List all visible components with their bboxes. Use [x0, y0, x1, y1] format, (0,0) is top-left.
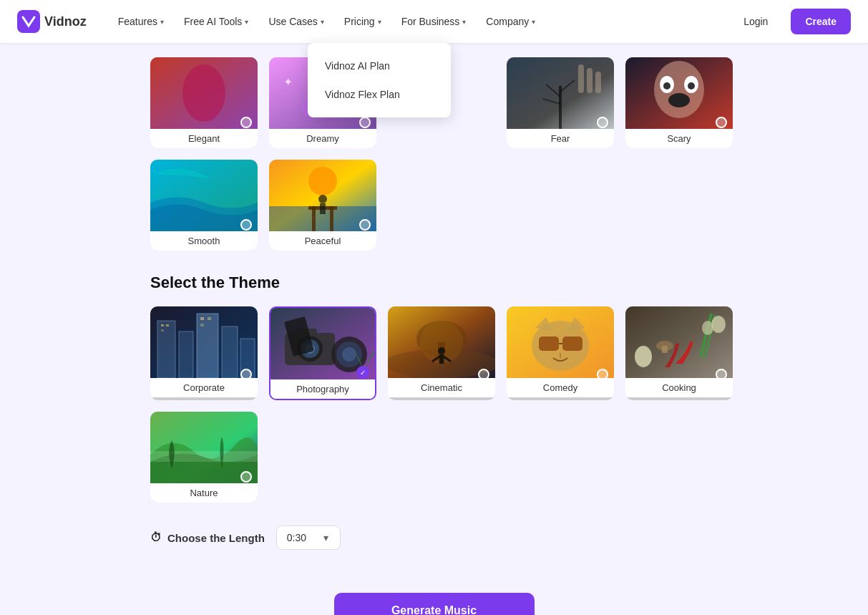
svg-rect-0 [17, 10, 40, 33]
card-comedy[interactable]: Comedy [507, 306, 614, 400]
card-smooth[interactable]: Smooth [150, 160, 258, 251]
svg-rect-14 [578, 64, 584, 93]
logo-icon [17, 10, 40, 33]
nav-pricing[interactable]: Pricing ▾ [336, 10, 390, 33]
svg-rect-15 [587, 68, 593, 93]
card-radio [240, 471, 252, 483]
create-button[interactable]: Create [791, 9, 851, 34]
card-check-photography: ✓ [356, 366, 369, 379]
card-label-dreamy: Dreamy [269, 129, 376, 148]
main-content: Elegant ✦ ✦ ✦ [0, 43, 868, 615]
card-nature[interactable]: Nature [150, 412, 258, 503]
svg-point-76 [702, 321, 713, 335]
card-label-fear: Fear [507, 129, 614, 148]
card-radio [716, 369, 727, 380]
svg-point-2 [182, 64, 225, 122]
svg-rect-61 [439, 354, 444, 364]
chevron-down-icon: ▾ [462, 18, 466, 26]
nav-use-cases[interactable]: Use Cases ▾ [260, 10, 332, 33]
card-fear[interactable]: Fear [507, 57, 614, 148]
chevron-down-icon: ▾ [160, 18, 164, 26]
svg-rect-34 [157, 321, 175, 378]
choose-length-label: ⏱ Choose the Length [150, 531, 265, 544]
svg-rect-39 [161, 324, 164, 326]
svg-rect-40 [166, 324, 169, 326]
nav-free-ai-tools[interactable]: Free AI Tools ▾ [175, 10, 257, 33]
svg-point-53 [342, 347, 356, 362]
chevron-down-icon: ▾ [321, 18, 324, 26]
length-select[interactable]: 0:30 ▾ [276, 526, 341, 550]
card-label-scary: Scary [625, 129, 733, 148]
cinematic-thumbnail [388, 306, 495, 378]
svg-point-26 [308, 167, 337, 195]
svg-rect-41 [161, 329, 164, 331]
logo-text: Vidnoz [44, 14, 87, 29]
card-radio [597, 117, 608, 128]
svg-point-31 [318, 195, 327, 203]
card-label-comedy: Comedy [507, 378, 614, 397]
card-label-smooth: Smooth [150, 231, 258, 251]
svg-rect-80 [150, 451, 258, 462]
svg-rect-16 [595, 72, 601, 93]
svg-rect-42 [200, 317, 204, 320]
theme-grid-row1: Corporate [150, 306, 718, 400]
svg-point-74 [635, 346, 652, 367]
svg-rect-29 [330, 206, 333, 231]
card-corporate[interactable]: Corporate [150, 306, 258, 400]
svg-rect-37 [222, 326, 238, 378]
card-label-corporate: Corporate [150, 378, 258, 397]
card-radio [240, 117, 252, 128]
svg-point-22 [688, 82, 695, 89]
nav-for-business[interactable]: For Business ▾ [393, 10, 475, 33]
card-label-cooking: Cooking [625, 378, 733, 397]
card-cinematic[interactable]: Cinematic [388, 306, 495, 400]
navbar: Vidnoz Features ▾ Free AI Tools ▾ Use Ca… [0, 0, 868, 43]
card-radio [359, 219, 371, 231]
comedy-thumbnail [507, 306, 614, 378]
svg-point-60 [438, 347, 445, 354]
clock-icon: ⏱ [150, 531, 162, 544]
card-label-peaceful: Peaceful [269, 231, 376, 251]
pricing-dropdown: Vidnoz AI Plan Vidnoz Flex Plan [308, 43, 451, 117]
svg-point-21 [663, 82, 670, 89]
svg-text:✦: ✦ [283, 76, 293, 88]
card-peaceful[interactable]: Peaceful [269, 160, 376, 251]
svg-rect-43 [208, 317, 211, 320]
svg-point-75 [711, 316, 726, 333]
corporate-thumbnail [150, 306, 258, 378]
cooking-thumbnail [625, 306, 733, 378]
length-value: 0:30 [287, 532, 306, 543]
dropdown-item-ai-plan[interactable]: Vidnoz AI Plan [308, 52, 451, 80]
card-radio [716, 117, 727, 128]
nav-company[interactable]: Company ▾ [477, 10, 544, 33]
svg-rect-44 [200, 324, 204, 326]
chevron-down-icon: ▾ [245, 18, 248, 26]
nav-links: Features ▾ Free AI Tools ▾ Use Cases ▾ P… [109, 10, 709, 33]
card-cooking[interactable]: Cooking [625, 306, 733, 400]
card-label-photography: Photography [270, 379, 375, 399]
choose-length-section: ⏱ Choose the Length 0:30 ▾ [150, 526, 718, 550]
chevron-down-icon: ▾ [323, 532, 328, 543]
mood-row-2: Smooth [150, 160, 718, 251]
card-photography[interactable]: ✓ Photography [269, 306, 376, 400]
card-scary[interactable]: Scary [625, 57, 733, 148]
nav-right: Login Create [732, 9, 851, 34]
logo[interactable]: Vidnoz [17, 10, 87, 33]
generate-music-button[interactable]: Generate Music [334, 593, 535, 615]
theme-section-title: Select the Theme [150, 273, 718, 292]
card-radio [478, 369, 489, 380]
card-radio [240, 219, 252, 231]
card-radio [359, 117, 371, 128]
svg-rect-36 [197, 314, 218, 378]
card-elegant[interactable]: Elegant [150, 57, 258, 148]
login-button[interactable]: Login [732, 10, 779, 33]
card-label-nature: Nature [150, 483, 258, 503]
nav-features[interactable]: Features ▾ [109, 10, 172, 33]
dropdown-item-flex-plan[interactable]: Vidnoz Flex Plan [308, 80, 451, 109]
chevron-down-icon: ▾ [532, 18, 535, 26]
card-label-elegant: Elegant [150, 129, 258, 148]
svg-rect-28 [312, 206, 316, 231]
svg-point-23 [668, 93, 690, 107]
svg-rect-69 [562, 336, 582, 351]
svg-rect-32 [320, 203, 326, 214]
